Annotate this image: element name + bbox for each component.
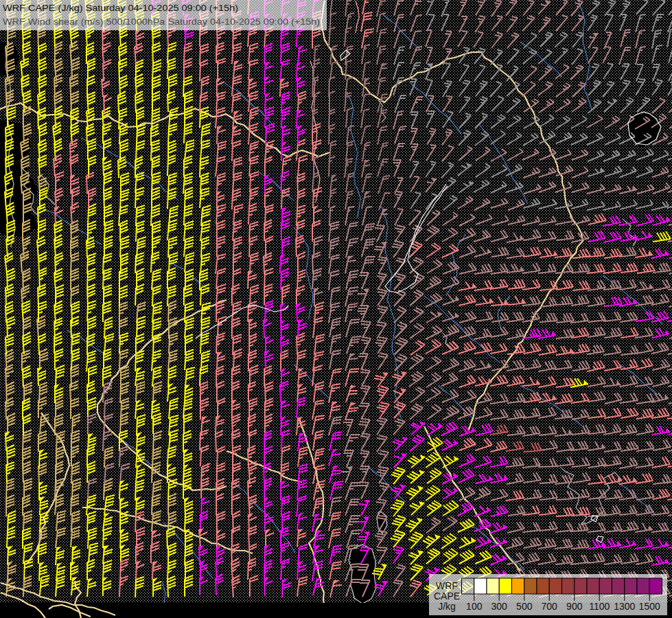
svg-text:WRF CAPE (J/kg) Saturday 04-10: WRF CAPE (J/kg) Saturday 04-10-2025 09:0…	[3, 3, 238, 13]
svg-text:100: 100	[466, 601, 483, 612]
svg-text:700: 700	[542, 601, 558, 612]
svg-text:500: 500	[516, 601, 533, 612]
svg-text:WRF Wind shear (m/s) 500/1000h: WRF Wind shear (m/s) 500/1000hPa Saturda…	[3, 16, 320, 27]
svg-text:1100: 1100	[589, 601, 610, 612]
svg-text:CAPE: CAPE	[434, 591, 460, 602]
svg-text:1500: 1500	[639, 601, 660, 612]
svg-text:1300: 1300	[614, 601, 635, 612]
svg-text:900: 900	[566, 601, 583, 612]
svg-text:300: 300	[491, 601, 508, 612]
svg-text:J/kg: J/kg	[438, 601, 456, 612]
svg-text:WRF: WRF	[436, 580, 458, 591]
